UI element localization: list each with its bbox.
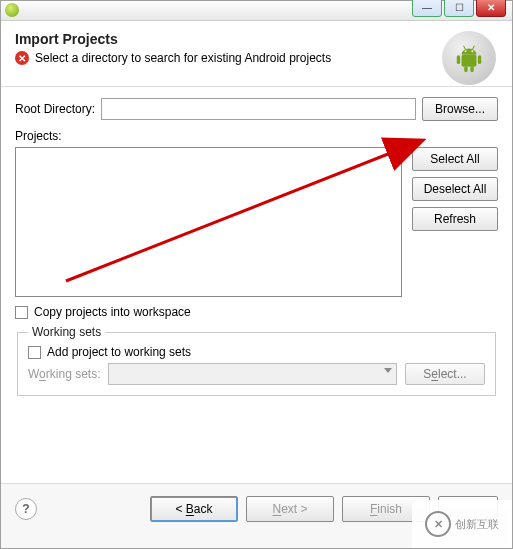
working-sets-legend: Working sets [28, 325, 105, 339]
next-button: Next > [246, 496, 334, 522]
svg-line-6 [472, 46, 474, 50]
back-button[interactable]: < Back [150, 496, 238, 522]
svg-rect-2 [478, 55, 481, 64]
svg-point-8 [471, 50, 473, 52]
select-all-button[interactable]: Select All [412, 147, 498, 171]
projects-area: Select All Deselect All Refresh [15, 147, 498, 297]
copy-projects-row: Copy projects into workspace [15, 305, 498, 319]
projects-listbox[interactable] [15, 147, 402, 297]
dialog-header: Import Projects ✕ Select a directory to … [1, 21, 512, 87]
working-sets-group: Working sets Add project to working sets… [17, 325, 496, 396]
titlebar: — ☐ ✕ [1, 1, 512, 21]
import-projects-dialog: — ☐ ✕ Import Projects ✕ Select a directo… [0, 0, 513, 549]
watermark: ✕ 创新互联 [412, 500, 512, 548]
projects-side-buttons: Select All Deselect All Refresh [412, 147, 498, 231]
svg-rect-0 [462, 55, 477, 67]
working-sets-combo-label: Working sets: [28, 367, 100, 381]
working-sets-combo [108, 363, 397, 385]
root-directory-row: Root Directory: Browse... [15, 97, 498, 121]
help-icon[interactable]: ? [15, 498, 37, 520]
app-icon [5, 3, 19, 17]
chevron-down-icon [384, 368, 392, 373]
dialog-content: Root Directory: Browse... Projects: Sele… [1, 87, 512, 396]
svg-rect-1 [457, 55, 460, 64]
root-directory-input[interactable] [101, 98, 416, 120]
working-sets-select-button: Select... [405, 363, 485, 385]
svg-rect-4 [470, 66, 473, 72]
deselect-all-button[interactable]: Deselect All [412, 177, 498, 201]
svg-line-5 [464, 46, 466, 50]
watermark-logo-icon: ✕ [425, 511, 451, 537]
android-icon [442, 31, 496, 85]
dialog-message: Select a directory to search for existin… [35, 51, 331, 65]
error-icon: ✕ [15, 51, 29, 65]
close-button[interactable]: ✕ [476, 0, 506, 17]
svg-rect-3 [464, 66, 467, 72]
refresh-button[interactable]: Refresh [412, 207, 498, 231]
browse-button[interactable]: Browse... [422, 97, 498, 121]
dialog-title: Import Projects [15, 31, 422, 47]
add-to-working-sets-checkbox[interactable] [28, 346, 41, 359]
copy-projects-checkbox[interactable] [15, 306, 28, 319]
watermark-text: 创新互联 [455, 517, 499, 532]
add-to-working-sets-label: Add project to working sets [47, 345, 191, 359]
maximize-button[interactable]: ☐ [444, 0, 474, 17]
svg-point-7 [465, 50, 467, 52]
projects-label: Projects: [15, 129, 498, 143]
copy-projects-label: Copy projects into workspace [34, 305, 191, 319]
minimize-button[interactable]: — [412, 0, 442, 17]
root-directory-label: Root Directory: [15, 102, 95, 116]
window-buttons: — ☐ ✕ [412, 0, 506, 17]
